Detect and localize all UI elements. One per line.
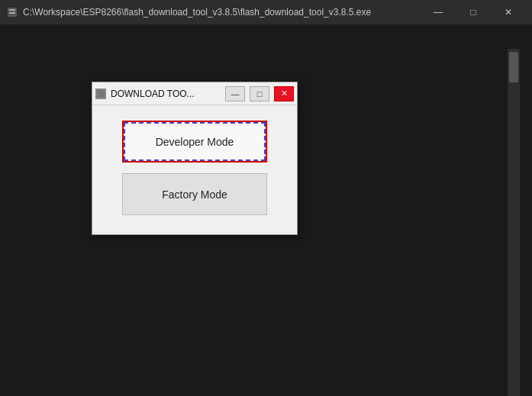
factory-mode-button[interactable]: Factory Mode [122,173,267,215]
developer-mode-button[interactable]: Developer Mode [122,121,267,163]
dialog-title: DOWNLOAD TOO... [111,89,221,99]
os-minimize-button[interactable]: — [421,0,456,24]
dialog-titlebar: DOWNLOAD TOO... — □ ✕ [92,82,297,105]
os-titlebar-icon [6,6,18,18]
dialog-close-button[interactable]: ✕ [274,86,294,101]
dialog-minimize-button[interactable]: — [225,86,245,101]
os-titlebar: C:\Workspace\ESP8266\flash_download_tool… [0,0,532,24]
svg-rect-3 [97,90,105,98]
developer-mode-label: Developer Mode [156,136,234,148]
desktop-area: DOWNLOAD TOO... — □ ✕ Developer Mode Fac… [0,24,520,396]
dialog-content: Developer Mode Factory Mode [92,105,297,234]
os-scrollbar[interactable] [508,49,520,396]
dialog-window: DOWNLOAD TOO... — □ ✕ Developer Mode Fac… [92,82,298,235]
svg-rect-2 [9,12,15,14]
os-titlebar-title: C:\Workspace\ESP8266\flash_download_tool… [23,7,421,18]
os-scrollbar-thumb[interactable] [509,52,518,82]
dialog-icon [95,89,106,99]
os-titlebar-controls: — □ ✕ [421,0,526,24]
svg-rect-1 [9,9,15,11]
dialog-maximize-button[interactable]: □ [250,86,269,101]
os-maximize-button[interactable]: □ [456,0,491,24]
factory-mode-label: Factory Mode [162,188,227,201]
os-close-button[interactable]: ✕ [491,0,526,24]
